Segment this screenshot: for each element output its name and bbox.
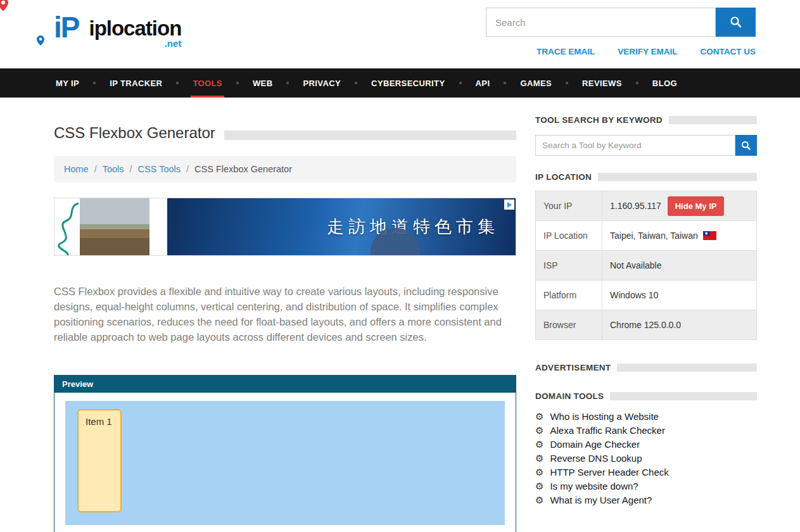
nav-item-blog[interactable]: BLOG bbox=[651, 68, 679, 98]
breadcrumb-separator: / bbox=[94, 164, 97, 174]
search-icon bbox=[741, 141, 751, 151]
logo-tld: .net bbox=[165, 38, 182, 49]
heading-decoration-bar bbox=[610, 392, 757, 400]
domain-tool-alexa-rank[interactable]: ⚙ Alexa Traffic Rank Checker bbox=[535, 425, 757, 436]
nav-separator bbox=[504, 82, 506, 84]
site-logo[interactable]: iP iplocation .net bbox=[54, 8, 181, 42]
platform-value: Windows 10 bbox=[602, 281, 757, 310]
content: CSS Flexbox Generator Home / Tools / CSS… bbox=[0, 98, 800, 532]
row-value-cell: Taipei, Taiwan, Taiwan bbox=[602, 221, 757, 251]
gear-icon: ⚙ bbox=[535, 440, 543, 449]
header-links: TRACE EMAIL VERIFY EMAIL CONTACT US bbox=[537, 47, 756, 56]
nav-separator bbox=[236, 82, 239, 84]
site-search bbox=[486, 8, 756, 37]
ad-photo-city: 走訪地道特色市集 bbox=[167, 198, 516, 255]
advertisement-heading: ADVERTISEMENT bbox=[535, 363, 611, 372]
location-pin-icon bbox=[0, 0, 8, 11]
search-button[interactable] bbox=[716, 8, 756, 37]
domain-tools-heading: DOMAIN TOOLS bbox=[535, 391, 604, 401]
nav-item-games[interactable]: GAMES bbox=[518, 68, 554, 98]
domain-tool-who-is-hosting[interactable]: ⚙ Who is Hosting a Website bbox=[535, 411, 757, 422]
breadcrumb-separator: / bbox=[130, 164, 132, 174]
table-row: Platform Windows 10 bbox=[536, 281, 757, 310]
location-pin-small-icon bbox=[37, 35, 44, 46]
main-column: CSS Flexbox Generator Home / Tools / CSS… bbox=[54, 115, 516, 532]
breadcrumb-css-tools[interactable]: CSS Tools bbox=[138, 164, 181, 174]
taiwan-flag-icon bbox=[703, 231, 716, 240]
nav-item-my-ip[interactable]: MY IP bbox=[54, 68, 81, 98]
nav-item-ip-tracker[interactable]: IP TRACKER bbox=[108, 68, 164, 98]
list-item-label: Domain Age Checker bbox=[550, 439, 640, 450]
breadcrumb-separator: / bbox=[186, 164, 189, 174]
preview-body: Item 1 bbox=[54, 393, 516, 532]
list-item-label: What is my User Agent? bbox=[550, 495, 652, 505]
preview-panel: Preview Item 1 bbox=[54, 375, 516, 532]
logo-mark: iP bbox=[54, 8, 79, 42]
title-decoration-bar bbox=[224, 130, 516, 140]
nav-item-web[interactable]: WEB bbox=[251, 68, 275, 98]
isp-value: Not Available bbox=[602, 251, 757, 281]
row-label: Platform bbox=[536, 281, 602, 310]
your-ip-value: 1.160.95.117 bbox=[610, 201, 661, 211]
tool-search bbox=[535, 135, 757, 156]
link-contact-us[interactable]: CONTACT US bbox=[701, 47, 756, 56]
tool-description: CSS Flexbox provides a flexible and intu… bbox=[54, 284, 516, 345]
gear-icon: ⚙ bbox=[535, 453, 543, 463]
title-row: CSS Flexbox Generator bbox=[54, 124, 516, 142]
domain-tool-reverse-dns[interactable]: ⚙ Reverse DNS Lookup bbox=[535, 453, 757, 464]
domain-tool-website-down[interactable]: ⚙ Is my website down? bbox=[535, 481, 757, 491]
domain-tool-user-agent[interactable]: ⚙ What is my User Agent? bbox=[535, 495, 757, 505]
search-icon bbox=[730, 16, 742, 28]
nav-item-reviews[interactable]: REVIEWS bbox=[580, 68, 624, 98]
gear-icon: ⚙ bbox=[535, 495, 543, 505]
breadcrumb: Home / Tools / CSS Tools / CSS Flexbox G… bbox=[54, 156, 516, 182]
advertisement-heading-row: ADVERTISEMENT bbox=[535, 363, 757, 372]
domain-tool-http-header[interactable]: ⚙ HTTP Server Header Check bbox=[535, 467, 757, 478]
tool-search-button[interactable] bbox=[735, 135, 757, 156]
logo-text: iplocation .net bbox=[89, 18, 181, 39]
link-verify-email[interactable]: VERIFY EMAIL bbox=[618, 47, 677, 56]
nav-separator bbox=[566, 82, 568, 84]
top-header: iP iplocation .net bbox=[0, 0, 800, 68]
ad-photo-field bbox=[80, 198, 149, 255]
nav-separator bbox=[459, 82, 462, 84]
gear-icon: ⚙ bbox=[535, 481, 543, 491]
breadcrumb-home[interactable]: Home bbox=[64, 164, 89, 174]
nav-separator bbox=[93, 82, 96, 84]
tool-search-input[interactable] bbox=[535, 135, 735, 156]
adchoices-icon[interactable] bbox=[504, 200, 514, 210]
domain-tools-heading-row: DOMAIN TOOLS bbox=[535, 391, 757, 401]
page-title: CSS Flexbox Generator bbox=[54, 124, 215, 142]
row-label: Browser bbox=[536, 310, 602, 340]
search-input[interactable] bbox=[486, 8, 716, 37]
ip-location-heading-row: IP LOCATION bbox=[535, 172, 757, 182]
list-item-label: Alexa Traffic Rank Checker bbox=[550, 425, 664, 436]
nav-item-api[interactable]: API bbox=[474, 68, 492, 98]
ip-location-heading: IP LOCATION bbox=[535, 172, 592, 182]
ad-squiggle-graphic bbox=[54, 198, 80, 256]
row-label: IP Location bbox=[536, 221, 602, 251]
nav-separator bbox=[636, 82, 638, 84]
heading-decoration-bar bbox=[617, 364, 757, 372]
flex-preview-container: Item 1 bbox=[65, 401, 505, 525]
tool-search-heading-row: TOOL SEARCH BY KEYWORD bbox=[535, 115, 757, 125]
sidebar: TOOL SEARCH BY KEYWORD IP LOCATION bbox=[535, 115, 757, 532]
breadcrumb-current: CSS Flexbox Generator bbox=[194, 164, 292, 174]
hide-my-ip-button[interactable]: Hide My IP bbox=[668, 196, 725, 216]
breadcrumb-tools[interactable]: Tools bbox=[103, 164, 124, 174]
heading-decoration-bar bbox=[598, 173, 757, 181]
preview-item: Item 1 bbox=[77, 409, 122, 512]
nav-item-privacy[interactable]: PRIVACY bbox=[301, 68, 343, 98]
browser-value: Chrome 125.0.0.0 bbox=[602, 310, 757, 340]
ad-banner[interactable]: 走訪地道特色市集 bbox=[54, 198, 516, 256]
row-label: ISP bbox=[536, 251, 602, 281]
heading-decoration-bar bbox=[669, 116, 757, 124]
nav-item-cybersecurity[interactable]: CYBERSECURITY bbox=[369, 68, 447, 98]
nav-item-tools[interactable]: TOOLS bbox=[191, 68, 224, 98]
link-trace-email[interactable]: TRACE EMAIL bbox=[537, 47, 595, 56]
domain-tool-domain-age[interactable]: ⚙ Domain Age Checker bbox=[535, 439, 757, 450]
logo-word: iplocation bbox=[89, 16, 181, 40]
nav-separator bbox=[355, 82, 357, 84]
list-item-label: Reverse DNS Lookup bbox=[550, 453, 642, 464]
ad-left-graphic bbox=[54, 198, 80, 255]
